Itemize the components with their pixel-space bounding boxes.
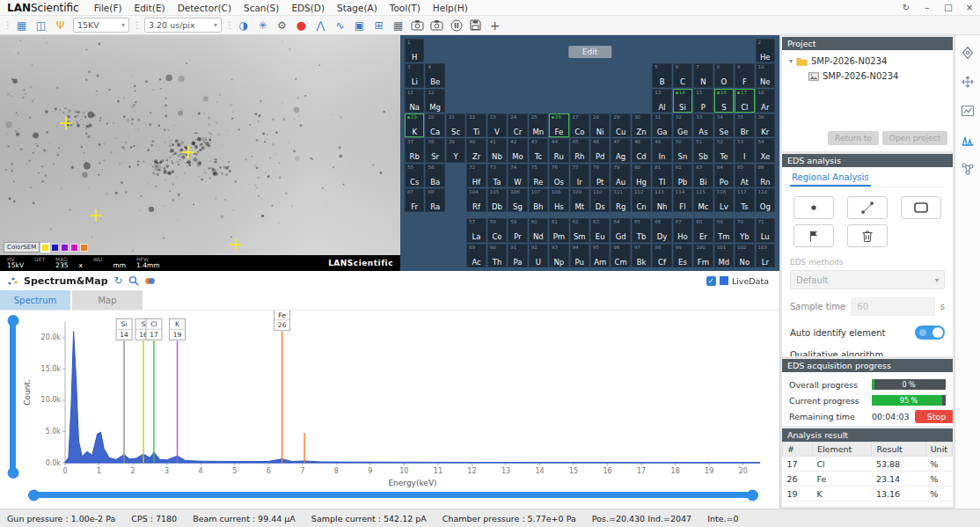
element-cell-nh[interactable]: 113Nh — [652, 188, 671, 212]
element-cell-ag[interactable]: 47Ag — [611, 138, 630, 162]
project-tree-child[interactable]: SMP-2026-N0234 — [782, 66, 953, 81]
element-cell-xe[interactable]: 54Xe — [756, 138, 775, 162]
menu-tool[interactable]: Tool(T) — [384, 3, 427, 13]
report-icon[interactable]: ◫ — [32, 17, 50, 34]
element-cell-sg[interactable]: 106Sg — [508, 188, 527, 212]
element-cell-db[interactable]: 105Db — [487, 188, 507, 212]
element-cell-br[interactable]: 35Br — [735, 113, 754, 137]
element-cell-sb[interactable]: 51Sb — [693, 138, 713, 162]
element-cell-nd[interactable]: 60Nd — [529, 218, 548, 242]
sync-icon[interactable]: ↻ — [896, 3, 917, 12]
polygon-tool[interactable] — [794, 224, 834, 247]
element-cell-md[interactable]: 101Md — [714, 244, 734, 267]
element-cell-b[interactable]: 5B — [652, 63, 671, 87]
element-cell-rf[interactable]: 104Rf — [466, 188, 486, 212]
element-cell-pd[interactable]: 46Pd — [590, 138, 610, 162]
element-cell-f[interactable]: 9F — [735, 63, 754, 87]
minimize-button[interactable]: – — [917, 3, 938, 12]
element-cell-dy[interactable]: 66Dy — [652, 218, 671, 242]
nib-tool-icon[interactable] — [961, 46, 975, 60]
element-cell-cf[interactable]: 98Cf — [652, 244, 671, 267]
element-cell-fe[interactable]: 26Fe — [549, 113, 568, 137]
element-cell-ds[interactable]: 110Ds — [590, 188, 610, 212]
auto-identify-toggle[interactable] — [915, 326, 945, 340]
element-cell-og[interactable]: 118Og — [756, 188, 775, 212]
menu-edit[interactable]: Edit(E) — [128, 3, 172, 13]
element-cell-w[interactable]: 74W — [508, 164, 527, 187]
element-cell-h[interactable]: 1H — [405, 39, 424, 62]
close-button[interactable]: × — [959, 3, 980, 12]
element-cell-fl[interactable]: 114Fl — [673, 188, 692, 212]
menu-detector[interactable]: Detector(C) — [172, 3, 238, 13]
analysis-point-marker[interactable] — [230, 238, 242, 251]
element-cell-ta[interactable]: 73Ta — [487, 164, 507, 187]
livedata-checkbox[interactable]: ✓ — [706, 276, 716, 286]
element-cell-lr[interactable]: 103Lr — [756, 244, 775, 267]
contrast-icon[interactable]: ◑ — [234, 17, 252, 34]
scatter-icon[interactable] — [7, 275, 18, 286]
element-cell-sn[interactable]: 50Sn — [673, 138, 692, 162]
element-cell-eu[interactable]: 63Eu — [590, 218, 610, 242]
waveform-icon[interactable]: ∿ — [331, 17, 349, 34]
element-cell-gd[interactable]: 64Gd — [611, 218, 630, 242]
element-cell-na[interactable]: 11Na — [405, 89, 424, 113]
element-cell-er[interactable]: 68Er — [693, 218, 713, 242]
element-cell-ca[interactable]: 20Ca — [425, 113, 444, 137]
element-cell-bh[interactable]: 107Bh — [529, 188, 548, 212]
element-cell-he[interactable]: 2He — [756, 39, 775, 62]
element-cell-no[interactable]: 102No — [735, 244, 754, 267]
element-cell-cd[interactable]: 48Cd — [632, 138, 651, 162]
analysis-point-marker[interactable] — [182, 146, 194, 158]
menu-stage[interactable]: Stage(A) — [331, 3, 384, 13]
element-cell-ni[interactable]: 28Ni — [590, 113, 610, 137]
colormap-swatch[interactable] — [80, 244, 88, 252]
result-row[interactable]: 17Cl53.88% — [783, 457, 953, 472]
pause-icon[interactable] — [447, 17, 465, 34]
element-cell-rb[interactable]: 37Rb — [405, 138, 424, 162]
menu-scan[interactable]: Scan(S) — [238, 3, 285, 13]
analysis-point-marker[interactable] — [90, 209, 102, 222]
element-cell-au[interactable]: 79Au — [611, 164, 630, 187]
element-cell-se[interactable]: 34Se — [714, 113, 734, 137]
element-cell-zn[interactable]: 30Zn — [632, 113, 651, 137]
element-cell-mn[interactable]: 25Mn — [529, 113, 548, 137]
camera-icon[interactable] — [408, 17, 427, 34]
element-cell-cn[interactable]: 112Cn — [632, 188, 651, 212]
analysis-point-marker[interactable] — [60, 117, 72, 129]
rect-tool[interactable] — [901, 196, 941, 219]
element-cell-po[interactable]: 84Po — [714, 164, 734, 187]
element-cell-zr[interactable]: 40Zr — [466, 138, 486, 162]
element-cell-tb[interactable]: 65Tb — [632, 218, 651, 242]
element-cell-fm[interactable]: 100Fm — [693, 244, 713, 267]
element-cell-ir[interactable]: 77Ir — [570, 164, 589, 187]
element-cell-sc[interactable]: 21Sc — [446, 113, 465, 137]
element-cell-ti[interactable]: 22Ti — [466, 113, 486, 137]
element-cell-nb[interactable]: 41Nb — [487, 138, 507, 162]
element-cell-p[interactable]: 15P — [693, 89, 713, 113]
element-cell-cs[interactable]: 55Cs — [405, 164, 424, 187]
maximize-button[interactable]: □ — [938, 3, 959, 12]
pan-tool-icon[interactable] — [961, 75, 975, 89]
gallery-icon[interactable]: ⊞ — [369, 17, 388, 34]
tab-spectrum[interactable]: Spectrum — [0, 290, 70, 310]
element-cell-i[interactable]: 53I — [735, 138, 754, 162]
element-cell-in[interactable]: 49In — [652, 138, 671, 162]
eds-method-select[interactable]: Default ▾ — [790, 270, 945, 289]
menu-file[interactable]: File(F) — [88, 3, 128, 13]
element-cell-am[interactable]: 95Am — [590, 244, 610, 267]
element-cell-co[interactable]: 27Co — [570, 113, 589, 137]
image-icon[interactable]: ▣ — [350, 17, 369, 34]
sem-image[interactable]: ColorSEM — [0, 35, 400, 255]
element-cell-ge[interactable]: 32Ge — [673, 113, 692, 137]
element-cell-al[interactable]: 13Al — [652, 89, 671, 113]
colormap-swatch[interactable] — [61, 244, 69, 252]
element-cell-mo[interactable]: 42Mo — [508, 138, 527, 162]
element-cell-es[interactable]: 99Es — [673, 244, 692, 267]
element-cell-cu[interactable]: 29Cu — [611, 113, 630, 137]
colormap-swatch[interactable] — [70, 244, 78, 252]
element-cell-rg[interactable]: 111Rg — [611, 188, 630, 212]
project-tree-root[interactable]: ▾ SMP-2026-N0234 — [782, 50, 953, 66]
element-cell-pr[interactable]: 59Pr — [508, 218, 527, 242]
element-cell-mg[interactable]: 12Mg — [425, 89, 444, 113]
element-cell-s[interactable]: 16S — [714, 89, 734, 113]
